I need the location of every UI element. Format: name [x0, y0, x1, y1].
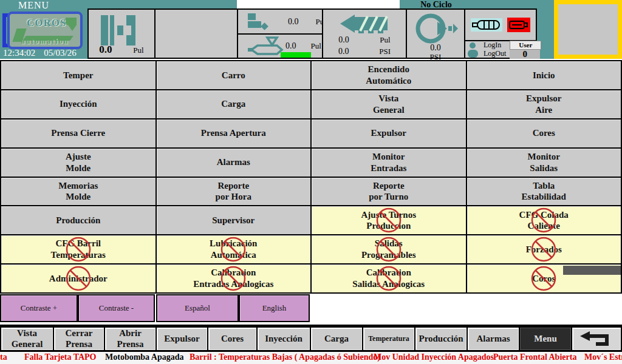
session-panel[interactable]: LogIn LogOut User 0 — [464, 8, 537, 59]
nav-alarmas[interactable]: Alarmas — [468, 328, 519, 350]
menu-item-tabla-estabilidad[interactable]: TablaEstabilidad — [467, 178, 621, 206]
nav-label: Cores — [221, 334, 244, 344]
menu-item-cfg-colada-caliente[interactable]: CFG ColadaCaliente — [467, 206, 621, 234]
logo-shape — [66, 18, 77, 25]
menu-item-alarmas[interactable]: Alarmas — [157, 149, 311, 177]
menu-item-label: Monitor — [372, 151, 405, 163]
injection-unit-icon — [247, 36, 284, 56]
menu-item-lubricacion-automatica[interactable]: LubricaciónAutomática — [157, 235, 311, 263]
coros-logo[interactable]: COROS automation — [7, 12, 83, 49]
nav-back-button[interactable] — [572, 328, 621, 350]
nav-menu-active[interactable]: Menu — [520, 328, 571, 350]
barrel-heater-ok-icon[interactable] — [471, 18, 502, 32]
menu-item-encendido-automatico[interactable]: EncendidoAutomático — [312, 61, 466, 89]
menu-item-ajuste-turnos-produccion[interactable]: Ajuste TurnosProduccion — [312, 206, 466, 234]
menu-item-monitor-entradas[interactable]: MonitorEntradas — [312, 149, 466, 177]
menu-item-calibration-salidas-analogicas[interactable]: CalibrationSalidas Analogicas — [312, 265, 466, 292]
menu-item-label: Entradas — [371, 163, 406, 174]
nav-expulsor[interactable]: Expulsor — [157, 328, 207, 350]
menu-item-label: Producción — [56, 215, 100, 226]
nav-produccion[interactable]: Producción — [415, 328, 466, 350]
nav-cerrar-prensa[interactable]: CerrarPrensa — [54, 328, 104, 350]
menu-item-prensa-apertura[interactable]: Prensa Apertura — [157, 120, 311, 147]
menu-item-reporte-por-turno[interactable]: Reportepor Turno — [312, 178, 466, 206]
menu-item-label: Forzados — [526, 244, 562, 255]
clock: 12:34:0205/03/26 — [3, 48, 77, 58]
ejector-icon — [247, 13, 270, 31]
nav-abrir-prensa[interactable]: AbrirPrensa — [105, 328, 156, 350]
menu-item-label: Expulsor — [371, 127, 406, 139]
menu-item-carga[interactable]: Carga — [157, 90, 311, 118]
menu-item-label: Caliente — [528, 220, 560, 232]
menu-item-monitor-salidas[interactable]: MonitorSalidas — [467, 149, 621, 177]
menu-item-memorias-molde[interactable]: MemoriasMolde — [1, 178, 156, 206]
coros-overlay-rect — [563, 266, 621, 275]
menu-item-expulsor-aire[interactable]: ExpulsorAire — [467, 90, 621, 118]
nav-label: Prensa — [117, 339, 144, 349]
return-arrow-icon — [579, 331, 614, 348]
login-label: LogIn — [484, 41, 506, 49]
date: 05/03/26 — [44, 48, 76, 58]
contrast-minus-button[interactable]: Contraste - — [78, 294, 155, 322]
menu-item-label: Reporte — [373, 180, 405, 192]
screw-pressure-unit: PSI — [379, 47, 391, 56]
menu-item-prensa-cierre[interactable]: Prensa Cierre — [1, 120, 156, 147]
menu-item-inicio[interactable]: Inicio — [467, 61, 621, 89]
language-english-button[interactable]: English — [239, 294, 310, 322]
clamp-position-panel[interactable]: 0.0 Pul — [87, 8, 156, 59]
alarm-message: Motobomba Apagada — [105, 352, 184, 362]
menu-item-label: por Hora — [216, 191, 251, 203]
nav-label: Vista — [17, 328, 37, 339]
menu-item-label: Entradas Analogicas — [193, 278, 273, 290]
menu-item-calibration-entradas-analogicas[interactable]: CalibrationEntradas Analogicas — [157, 265, 311, 292]
time: 12:34:02 — [3, 48, 35, 58]
menu-item-ajuste-molde[interactable]: AjusteMolde — [1, 149, 156, 177]
menu-item-produccion[interactable]: Producción — [1, 206, 156, 234]
menu-item-salidas-programables[interactable]: SalidasProgramables — [312, 235, 466, 263]
nav-label: Inyección — [265, 334, 302, 344]
menu-item-administrador[interactable]: Administrador — [1, 265, 156, 292]
alarm-message: Mov Unidad Inyección Apagados — [374, 352, 494, 362]
barrel-heater-alarm-icon[interactable] — [507, 18, 530, 32]
menu-item-label: Aire — [535, 104, 552, 116]
menu-item-expulsor[interactable]: Expulsor — [312, 120, 466, 147]
nav-temperatura[interactable]: Temperatura — [363, 328, 414, 350]
menu-item-label: Supervisor — [212, 215, 255, 226]
menu-item-label: Inyección — [60, 98, 97, 110]
menu-item-temper[interactable]: Temper — [1, 61, 156, 89]
nav-label: Temperatura — [368, 335, 409, 343]
cycle-pressure-icon — [415, 13, 458, 44]
nav-vista-general[interactable]: VistaGeneral — [1, 328, 53, 350]
menu-item-supervisor[interactable]: Supervisor — [157, 206, 311, 234]
gold-border-button[interactable] — [554, 0, 622, 59]
clamp-position-value: 0.0 — [99, 44, 112, 56]
menu-item-label: Encendido — [368, 64, 409, 75]
menu-item-label: Salidas Analogicas — [352, 278, 425, 290]
menu-item-cores[interactable]: Cores — [467, 120, 621, 147]
menu-item-forzados[interactable]: Forzados — [467, 235, 621, 263]
alarm-status-bar: ta Falla Tarjeta TAPO Motobomba Apagada … — [0, 352, 622, 364]
menu-item-carro[interactable]: Carro — [157, 61, 311, 89]
cycle-pressure-panel[interactable]: 0.0 PSI — [406, 8, 465, 59]
menu-item-label: Molde — [66, 191, 91, 203]
menu-item-label: Automático — [366, 75, 411, 87]
contrast-plus-button[interactable]: Contraste + — [0, 294, 78, 322]
login-logout-button[interactable]: LogIn LogOut — [484, 41, 506, 57]
menu-item-reporte-por-hora[interactable]: Reportepor Hora — [157, 178, 311, 206]
menu-item-label: Inicio — [533, 70, 555, 81]
nav-label: Expulsor — [164, 334, 199, 344]
menu-item-vista-general[interactable]: VistaGeneral — [312, 90, 466, 118]
language-spanish-button[interactable]: Español — [156, 294, 239, 322]
injection-unit-unit: Pul — [311, 41, 321, 51]
user-level-value: 0 — [510, 50, 540, 59]
nav-inyeccion[interactable]: Inyección — [258, 328, 310, 350]
ejector-injection-panel[interactable]: 0.0 Pul 0.0 Pul — [237, 8, 323, 59]
menu-item-cfg-barril-temperaturas[interactable]: CFG BarrilTemperaturas — [1, 235, 156, 263]
menu-item-coros[interactable]: Coros — [467, 265, 621, 292]
nav-label: Producción — [419, 334, 463, 344]
menu-item-label: Prensa Apertura — [201, 127, 266, 139]
screw-panel[interactable]: 0.0 Pul 0.0 PSI — [322, 8, 407, 59]
nav-cores[interactable]: Cores — [208, 328, 256, 350]
menu-item-inyeccion[interactable]: Inyección — [1, 90, 156, 118]
nav-carga[interactable]: Carga — [311, 328, 362, 350]
